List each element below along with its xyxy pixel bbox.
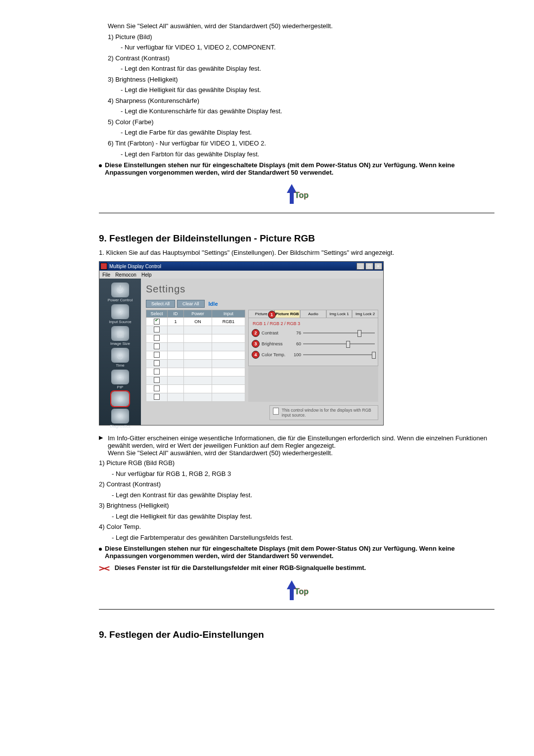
back-to-top-link[interactable]: Top: [285, 184, 309, 206]
sidebar-item-time[interactable]: ◷Time: [102, 347, 138, 368]
arrow-stem-icon: [290, 192, 294, 204]
col-id: ID: [168, 310, 184, 318]
table-row[interactable]: [146, 377, 245, 385]
list-sub: - Legt die Konturenschärfe für das gewäh…: [121, 107, 494, 116]
cell-id: 1: [168, 318, 184, 326]
back-to-top-link[interactable]: Top: [285, 580, 309, 602]
row-checkbox[interactable]: [154, 343, 160, 349]
col-power: Power: [184, 310, 212, 318]
menu-file[interactable]: File: [102, 272, 110, 278]
maximize-button[interactable]: □: [365, 263, 373, 270]
table-row[interactable]: [146, 326, 245, 334]
power-on-note: Diese Einstellungen stehen nur für einge…: [105, 161, 494, 176]
row-checkbox[interactable]: [154, 352, 160, 358]
image-size-icon: ▣: [111, 326, 129, 341]
list-title: Picture RGB (Bild RGB): [106, 459, 175, 467]
slider-thumb[interactable]: [372, 352, 376, 359]
list-num: 5): [108, 118, 114, 126]
list-sub: - Nur verfügbar für RGB 1, RGB 2, RGB 3: [112, 470, 494, 478]
slider-thumb[interactable]: [357, 330, 361, 337]
row-checkbox[interactable]: [154, 360, 160, 366]
cell-power: ON: [184, 318, 212, 326]
list-num: 4): [99, 523, 105, 530]
list-item: 3) Brightness (Helligkeit): [108, 75, 494, 84]
list-item: 5) Color (Farbe): [108, 118, 494, 127]
row-checkbox[interactable]: [154, 385, 160, 391]
menu-help[interactable]: Help: [141, 272, 152, 278]
list-title: Brightness (Helligkeit): [115, 76, 178, 83]
clear-all-button[interactable]: Clear All: [177, 300, 205, 308]
tab-audio[interactable]: Audio: [300, 310, 326, 318]
table-row[interactable]: 1 ON RGB1: [146, 318, 245, 326]
list-sub: - Legt den Kontrast für das gewählte Dis…: [112, 491, 494, 500]
menu-remocon[interactable]: Remocon: [115, 272, 136, 278]
sidebar-item-diagnostics[interactable]: ✎Diagnostics: [102, 408, 138, 428]
row-checkbox[interactable]: [154, 377, 160, 383]
list-num: 1): [99, 459, 105, 467]
table-row[interactable]: [146, 393, 245, 402]
slider-track[interactable]: [303, 332, 375, 333]
select-all-button[interactable]: Select All: [146, 300, 175, 308]
list-sub: - Legt den Farbton für das gewählte Disp…: [121, 150, 494, 159]
table-row[interactable]: [146, 368, 245, 377]
diagnostics-icon: ✎: [111, 409, 129, 424]
control-panel: Picture 1 Picture RGB Audio Img Lock 1 I…: [248, 310, 378, 402]
window-title: Multiple Display Control: [109, 264, 161, 269]
bullet-icon: [99, 548, 102, 551]
list-title: Contrast (Kontrast): [115, 54, 170, 62]
badge-3-icon: 3: [252, 340, 260, 348]
slider-contrast: 2 Contrast 76: [252, 329, 375, 337]
triangle-bullet-icon: ▶: [99, 434, 103, 457]
list-item: 3) Brightness (Helligkeit): [99, 501, 494, 510]
list-item: 2) Contrast (Kontrast): [99, 480, 494, 489]
mode-line: RGB 1 / RGB 2 / RGB 3: [253, 321, 375, 326]
tab-img-lock-1[interactable]: Img Lock 1: [326, 310, 353, 318]
titlebar: Multiple Display Control _ □ ×: [99, 262, 383, 271]
badge-1-icon: 1: [268, 311, 276, 319]
list-item: 4) Sharpness (Konturenschärfe): [108, 96, 494, 105]
row-checkbox[interactable]: [154, 327, 160, 332]
list-title: Picture (Bild): [115, 33, 152, 41]
close-button[interactable]: ×: [374, 263, 382, 270]
select-all-note: Wenn Sie "Select All" auswählen, wird de…: [108, 22, 494, 31]
list-sub: - Nur verfügbar für VIDEO 1, VIDEO 2, CO…: [121, 43, 494, 52]
time-icon: ◷: [111, 348, 129, 363]
list-sub: - Legt die Helligkeit für das gewählte D…: [112, 512, 494, 521]
tab-img-lock-2[interactable]: Img Lock 2: [352, 310, 378, 318]
app-window: Multiple Display Control _ □ × File Remo…: [99, 261, 384, 425]
sidebar-item-pip[interactable]: ▭PIP: [102, 369, 138, 389]
tab-picture[interactable]: Picture 1: [248, 310, 274, 318]
list-title: Brightness (Helligkeit): [106, 502, 169, 509]
list-title: Color (Farbe): [115, 118, 153, 126]
sidebar-item-input-source[interactable]: ↯Input Source: [102, 303, 138, 324]
arrow-stem-icon: [290, 588, 294, 600]
table-row[interactable]: [146, 334, 245, 343]
row-checkbox[interactable]: [154, 369, 160, 375]
row-checkbox[interactable]: [154, 335, 160, 341]
slider-value: 100: [291, 352, 301, 357]
sidebar-item-power-control[interactable]: ⏻Power Control: [102, 282, 138, 302]
slider-thumb[interactable]: [346, 341, 350, 348]
table-row[interactable]: [146, 360, 245, 368]
sidebar-item-image-size[interactable]: ▣Image Size: [102, 325, 138, 346]
divider: [99, 213, 494, 213]
table-row[interactable]: [146, 385, 245, 393]
row-checkbox[interactable]: [154, 394, 160, 400]
tab-picture-rgb[interactable]: Picture RGB: [274, 310, 301, 318]
table-row[interactable]: [146, 343, 245, 351]
sidebar-item-settings[interactable]: ⚙: [102, 390, 138, 407]
list-item: 1) Picture RGB (Bild RGB): [99, 459, 494, 468]
list-num: 4): [108, 97, 114, 104]
app-icon: [100, 263, 107, 270]
list-sub: - Legt die Helligkeit für das gewählte D…: [121, 86, 494, 94]
pip-icon: ▭: [111, 370, 129, 384]
menubar: File Remocon Help: [99, 271, 383, 279]
slider-track[interactable]: [303, 343, 375, 344]
slider-track[interactable]: [303, 354, 375, 355]
list-title: Sharpness (Konturenschärfe): [115, 97, 199, 104]
power-icon: ⏻: [111, 283, 129, 297]
minimize-button[interactable]: _: [356, 263, 364, 270]
row-checkbox[interactable]: [154, 319, 160, 325]
table-row[interactable]: [146, 351, 245, 360]
badge-4-icon: 4: [252, 351, 260, 359]
